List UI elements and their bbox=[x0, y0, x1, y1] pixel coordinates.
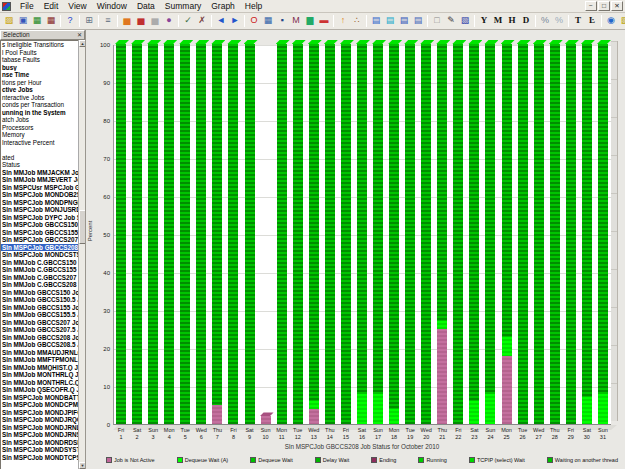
open-folder-icon[interactable]: ▨ bbox=[2, 14, 16, 28]
graph-list-item[interactable]: Sln MMJob MONTHRLC.Q Job Status bbox=[1, 379, 84, 387]
bar-day-12[interactable] bbox=[293, 44, 303, 424]
help-icon[interactable]: ? bbox=[63, 14, 77, 28]
graph-list-item[interactable]: Sln MMJob MMJEVERT Job Status bbox=[1, 176, 84, 184]
graph-list-item[interactable]: Sln MSPCJob MONDOB2S Job Status bbox=[1, 191, 84, 199]
graph-list-item[interactable]: busy bbox=[1, 64, 84, 72]
bar-day-4[interactable] bbox=[164, 44, 174, 424]
chart-yellow-icon[interactable]: ▧ bbox=[618, 14, 625, 28]
bar-chart-red-icon[interactable]: ▅ bbox=[134, 14, 148, 28]
refresh-icon[interactable]: ◉ bbox=[604, 14, 618, 28]
bar-day-9[interactable] bbox=[245, 44, 255, 424]
bar-day-10[interactable] bbox=[261, 416, 271, 424]
table-view-icon[interactable]: ▦ bbox=[261, 14, 275, 28]
bar-day-24[interactable] bbox=[485, 44, 495, 424]
graph-list-item[interactable]: Sln MSPCJob MONDPNGR Job Status bbox=[1, 199, 84, 207]
graph-list-item[interactable]: Sln MMJob GBCCS155.5 Job Status bbox=[1, 311, 84, 319]
graph-list-item[interactable]: tabase Faults bbox=[1, 56, 84, 64]
graph-list-item[interactable]: Sln MSPCJob MONJUSRDTA Job Status bbox=[1, 206, 84, 214]
bar-day-11[interactable] bbox=[277, 44, 287, 424]
stop-circle-icon[interactable]: O bbox=[247, 14, 261, 28]
graph-list-item[interactable]: Sln MSPCJob MONDJRNL Job Status bbox=[1, 424, 84, 432]
graph-list-item[interactable]: tions per Hour bbox=[1, 79, 84, 87]
graph-list-item[interactable]: Sln MSPCJob MONDJPIFC Job Status bbox=[1, 409, 84, 417]
bar-day-29[interactable] bbox=[566, 44, 576, 424]
report-green-icon[interactable]: ▦ bbox=[30, 14, 44, 28]
graph-list-item[interactable]: Sln MMJob C.GBCCS208 Job Status bbox=[1, 281, 84, 289]
cell-view-icon[interactable]: ▪ bbox=[275, 14, 289, 28]
zoom-out-icon[interactable]: % bbox=[552, 14, 566, 28]
graph-list-item[interactable] bbox=[1, 146, 84, 154]
graph-list-item[interactable]: Memory bbox=[1, 131, 84, 139]
minimize-button[interactable]: − bbox=[585, 1, 597, 11]
database-blue-icon[interactable]: ▤ bbox=[369, 14, 383, 28]
hour-button[interactable]: H bbox=[505, 14, 519, 28]
graph-list-item[interactable]: Sln MSPCJob DYPC Job Status bbox=[1, 214, 84, 222]
graph-list-item[interactable]: Sln MMJob GBCCS150 Job Status bbox=[1, 289, 84, 297]
database-cyan-icon[interactable]: ▤ bbox=[383, 14, 397, 28]
database-navy-icon[interactable]: ▤ bbox=[397, 14, 411, 28]
panel-close-icon[interactable]: ✕ bbox=[77, 31, 82, 39]
graph-list-item[interactable]: Sln MSPCJob MONDTCPS Job Status bbox=[1, 454, 84, 462]
graph-list-item[interactable]: Sln MMJob MMFTPMONLQ Job Status bbox=[1, 356, 84, 364]
bar-day-2[interactable] bbox=[132, 44, 142, 424]
graph-list-item[interactable]: Sln MSPCJob MONDCSTS Job Status bbox=[1, 251, 84, 259]
graph-list-item[interactable]: Sln MMJob GBCCS207.5 Job Status bbox=[1, 326, 84, 334]
bar-day-30[interactable] bbox=[582, 44, 592, 424]
graph-list-item[interactable]: s Ineligible Transitions bbox=[1, 41, 84, 49]
pie-chart-icon[interactable]: ● bbox=[162, 14, 176, 28]
graph-list-item[interactable]: nse Time bbox=[1, 71, 84, 79]
graph-list-item[interactable]: Sln MSPCJob MONDRDSK Job Status bbox=[1, 439, 84, 447]
bar-day-31[interactable] bbox=[598, 44, 608, 424]
graph-list-item[interactable]: Status bbox=[1, 161, 84, 169]
graph-list-item-selected[interactable]: Sln MSPCJob GBCCS208 Job Status bbox=[1, 244, 84, 252]
database-grid-icon[interactable]: ▤ bbox=[411, 14, 425, 28]
zoom-in-icon[interactable]: % bbox=[538, 14, 552, 28]
highlight-icon[interactable]: ▧ bbox=[458, 14, 472, 28]
bar-day-20[interactable] bbox=[421, 44, 431, 424]
graph-list-item[interactable]: Sln MMJob GBCCS208.5 Job Status bbox=[1, 341, 84, 349]
graph-list-item[interactable]: Sln MMJob C.GBCCS155 Job Status bbox=[1, 266, 84, 274]
menu-data[interactable]: Data bbox=[132, 0, 160, 12]
graph-list-item[interactable]: Sln MSPCJob GBCCS155 Job Status bbox=[1, 229, 84, 237]
menu-file[interactable]: File bbox=[15, 0, 39, 12]
bar-day-23[interactable] bbox=[469, 44, 479, 424]
graph-list-item[interactable]: l Pool Faults bbox=[1, 49, 84, 57]
sort-icon[interactable]: ≡ bbox=[101, 14, 115, 28]
graph-list-item[interactable]: Sln MMJob MMJACKM Job Status bbox=[1, 169, 84, 177]
bar-chart-orange-icon[interactable]: ▅ bbox=[120, 14, 134, 28]
bar-day-8[interactable] bbox=[228, 44, 238, 424]
time-t-button[interactable]: T bbox=[571, 14, 585, 28]
menu-edit[interactable]: Edit bbox=[39, 0, 64, 12]
bar-day-22[interactable] bbox=[453, 44, 463, 424]
menu-help[interactable]: Help bbox=[240, 0, 267, 12]
bar-chart-disabled-icon[interactable]: ▅ bbox=[148, 14, 162, 28]
menu-view[interactable]: View bbox=[63, 0, 91, 12]
bar-day-21[interactable] bbox=[437, 44, 447, 424]
time-l-button[interactable]: Ŀ bbox=[585, 14, 599, 28]
menu-summary[interactable]: Summary bbox=[160, 0, 206, 12]
copy-icon[interactable]: ⊞ bbox=[82, 14, 96, 28]
up-arrow-icon[interactable]: ↑ bbox=[336, 14, 350, 28]
next-arrow-icon[interactable]: ► bbox=[228, 14, 242, 28]
bar-day-16[interactable] bbox=[357, 44, 367, 424]
graph-list-item[interactable]: Sln MMJob C.GBCCS150 Job Status bbox=[1, 259, 84, 267]
bar-day-15[interactable] bbox=[341, 44, 351, 424]
cancel-x-icon[interactable]: ✗ bbox=[195, 14, 209, 28]
menu-window[interactable]: Window bbox=[92, 0, 132, 12]
steps-icon[interactable]: ∴ bbox=[350, 14, 364, 28]
graph-list-item[interactable]: Sln MSPCJob GBCCS207 Job Status bbox=[1, 236, 84, 244]
graph-list-item[interactable]: Sln MSPCJob MONDBATT Job Status bbox=[1, 394, 84, 402]
bar-day-26[interactable] bbox=[518, 44, 528, 424]
bar-day-13[interactable] bbox=[309, 44, 319, 424]
bar-day-1[interactable] bbox=[116, 44, 126, 424]
graph-list-item[interactable]: Sln MMJob QSECOFR.Q Job Status bbox=[1, 386, 84, 394]
memo-icon[interactable]: M bbox=[289, 14, 303, 28]
graph-list-item[interactable]: Sln MMJob C.GBCCS207 Job Status bbox=[1, 274, 84, 282]
graph-list-item[interactable]: ctive Jobs bbox=[1, 86, 84, 94]
bar-day-7[interactable] bbox=[212, 44, 222, 424]
graph-list-scrollbar[interactable]: ▲ ▼ bbox=[78, 40, 85, 469]
graph-list-item[interactable]: Sln MMJob GBCCS155 Job Status bbox=[1, 304, 84, 312]
bar-day-3[interactable] bbox=[148, 44, 158, 424]
graph-list-item[interactable]: atch Jobs bbox=[1, 116, 84, 124]
graph-list-item[interactable]: nteractive Jobs bbox=[1, 94, 84, 102]
